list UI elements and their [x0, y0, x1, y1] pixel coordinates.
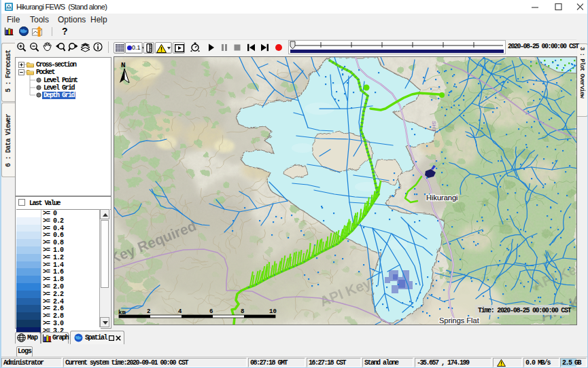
svg-text:10: 10	[269, 308, 277, 315]
svg-text:Springs Flat: Springs Flat	[439, 316, 479, 325]
svg-text:4: 4	[178, 308, 182, 315]
svg-text:Hikurangi: Hikurangi	[426, 194, 457, 202]
svg-text:8: 8	[241, 308, 244, 315]
svg-text:Time: 2020-08-25 00:00:00 CST: Time: 2020-08-25 00:00:00 CST	[478, 307, 572, 314]
svg-text:SH1: SH1	[431, 121, 437, 132]
svg-text:2: 2	[147, 308, 150, 315]
svg-text:N: N	[121, 61, 126, 69]
svg-text:6: 6	[209, 308, 213, 315]
